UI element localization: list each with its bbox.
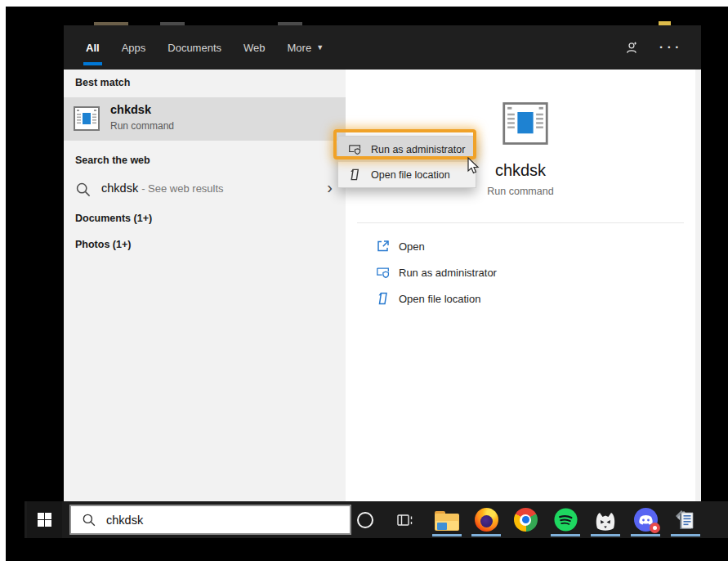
- cortana-icon: [357, 512, 373, 528]
- tab-documents-label: Documents: [167, 42, 221, 54]
- action-open-location-label: Open file location: [399, 293, 480, 305]
- task-view-icon: [396, 512, 414, 528]
- action-run-admin-label: Run as administrator: [399, 267, 497, 279]
- start-button[interactable]: [27, 501, 62, 538]
- taskbar-app-spotify[interactable]: [549, 501, 582, 538]
- preview-panel: chkdsk Run command Open Run as administr…: [346, 70, 695, 501]
- context-menu-run-as-administrator[interactable]: Run as administrator: [338, 137, 476, 162]
- user-icon[interactable]: [623, 40, 639, 56]
- tab-all[interactable]: All: [86, 25, 100, 70]
- run-command-icon: [74, 105, 100, 132]
- open-file-location-icon: [348, 168, 362, 182]
- search-the-web-header: Search the web: [75, 155, 150, 166]
- tab-documents[interactable]: Documents: [167, 25, 221, 70]
- taskbar-app-discord[interactable]: [629, 501, 662, 538]
- taskbar-app-firefox[interactable]: [470, 501, 502, 538]
- best-match-result-chkdsk[interactable]: chkdsk Run command: [64, 97, 346, 141]
- filter-tabs: All Apps Documents Web More▼: [86, 25, 324, 70]
- running-indicator: [471, 534, 501, 536]
- spotify-icon: [554, 508, 578, 532]
- firefox-icon: [475, 508, 498, 532]
- search-flyout: All Apps Documents Web More▼ • • • Best …: [64, 25, 701, 501]
- tab-web[interactable]: Web: [243, 25, 266, 70]
- taskbar-app-foobar2000[interactable]: [589, 501, 622, 538]
- document-editor-icon: [673, 508, 698, 532]
- web-search-hint: - See web results: [141, 182, 223, 195]
- windows-start-icon: [38, 513, 51, 527]
- open-icon: [376, 239, 391, 254]
- file-explorer-icon: [435, 511, 459, 531]
- action-open-file-location[interactable]: Open file location: [346, 288, 695, 309]
- taskbar-app-file-explorer[interactable]: [431, 501, 463, 538]
- best-match-header: Best match: [75, 77, 130, 88]
- foobar2000-icon: [594, 509, 617, 532]
- chrome-icon: [514, 508, 538, 532]
- web-search-query: chkdsk: [101, 182, 138, 195]
- running-indicator: [591, 534, 620, 536]
- action-open[interactable]: Open: [346, 236, 695, 257]
- mouse-cursor-icon: [467, 157, 480, 175]
- search-filter-bar: All Apps Documents Web More▼ • • •: [64, 25, 701, 70]
- documents-group-header[interactable]: Documents (1+): [75, 213, 152, 224]
- cortana-button[interactable]: [349, 501, 382, 538]
- task-view-button[interactable]: [389, 501, 422, 538]
- best-match-title: chkdsk: [110, 103, 151, 116]
- tab-apps[interactable]: Apps: [122, 25, 146, 70]
- discord-icon: [634, 508, 658, 532]
- tab-web-label: Web: [243, 42, 266, 54]
- web-search-result-row[interactable]: chkdsk - See web results ›: [64, 173, 346, 206]
- search-icon: [82, 513, 96, 527]
- divider: [357, 222, 684, 223]
- tab-more[interactable]: More▼: [288, 25, 324, 70]
- running-indicator: [551, 534, 580, 536]
- action-open-label: Open: [399, 240, 425, 253]
- taskbar: [25, 501, 728, 538]
- action-run-as-administrator[interactable]: Run as administrator: [346, 262, 695, 283]
- search-results-area: Best match chkdsk Run command Search the…: [64, 70, 701, 501]
- taskbar-app-chrome[interactable]: [509, 501, 542, 538]
- run-as-admin-shield-icon: [376, 265, 391, 280]
- taskbar-app-document-editor[interactable]: [669, 501, 702, 538]
- context-menu-open-file-location[interactable]: Open file location: [338, 162, 476, 187]
- running-indicator: [671, 534, 700, 536]
- run-command-icon-large: [502, 101, 548, 146]
- running-indicator: [432, 534, 462, 536]
- open-file-location-icon: [376, 291, 391, 306]
- search-input[interactable]: [106, 514, 327, 527]
- photos-group-header[interactable]: Photos (1+): [75, 239, 131, 250]
- notification-badge: [650, 523, 660, 533]
- run-as-admin-shield-icon: [348, 142, 362, 156]
- context-menu-run-admin-label: Run as administrator: [371, 144, 465, 155]
- taskbar-search-box[interactable]: [69, 505, 351, 535]
- tab-more-label: More: [288, 42, 312, 54]
- chevron-right-icon[interactable]: ›: [327, 178, 333, 197]
- results-list-panel: Best match chkdsk Run command Search the…: [64, 70, 346, 501]
- chevron-down-icon: ▼: [316, 43, 324, 52]
- tab-apps-label: Apps: [122, 42, 146, 54]
- web-search-result-text: chkdsk - See web results: [101, 182, 224, 195]
- context-menu-open-location-label: Open file location: [371, 169, 450, 181]
- running-indicator: [631, 534, 660, 536]
- header-right-controls: • • •: [623, 40, 701, 56]
- more-ellipsis-icon[interactable]: • • •: [660, 43, 680, 52]
- context-menu: Run as administrator Open file location: [337, 136, 476, 188]
- search-icon: [75, 182, 92, 198]
- best-match-subtitle: Run command: [110, 120, 174, 132]
- tab-all-label: All: [86, 42, 100, 54]
